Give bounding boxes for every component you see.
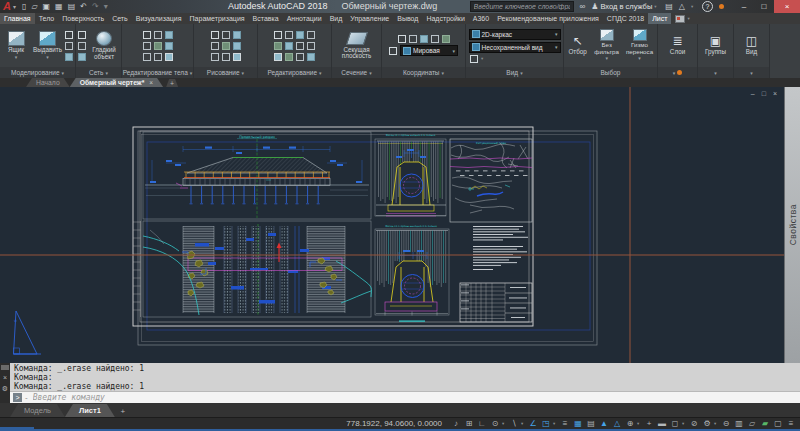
plot-icon[interactable]: ▤ xyxy=(68,2,76,11)
gizmo-icon[interactable]: + xyxy=(643,419,655,428)
tab-spds[interactable]: СПДС 2018 xyxy=(603,13,648,24)
new-drawing-tab-button[interactable]: + xyxy=(166,79,178,87)
tab-manage[interactable]: Управление xyxy=(346,13,393,24)
minimize-button[interactable]: – xyxy=(734,0,754,13)
notes-block[interactable] xyxy=(473,226,528,270)
visual-style-dropdown[interactable]: 2D-каркас▾ xyxy=(469,29,561,40)
tab-output[interactable]: Вывод xyxy=(393,13,422,24)
panel-label-solid-editing[interactable]: Редактирование тела▾ xyxy=(122,67,193,78)
title-block[interactable] xyxy=(460,283,532,322)
annotation-scale-icon[interactable]: ⊘ xyxy=(688,419,700,428)
redo-icon[interactable]: ↷ xyxy=(92,2,99,11)
transparency-icon[interactable]: ▦ xyxy=(572,419,584,428)
union-icon[interactable] xyxy=(143,31,151,39)
ribbon-display-toggle[interactable]: ▾ xyxy=(671,13,696,24)
ucs-object-icon[interactable] xyxy=(442,35,450,43)
scale-icon[interactable] xyxy=(285,53,293,61)
doc-restore-icon[interactable]: □ xyxy=(762,90,766,97)
siteplan-view[interactable] xyxy=(450,143,532,213)
command-close-icon[interactable]: × xyxy=(3,374,7,381)
customization-icon[interactable]: ≡ xyxy=(785,419,797,428)
annotation-visibility-icon[interactable]: ▬ xyxy=(656,419,668,428)
save-icon[interactable]: ▣ xyxy=(43,2,51,11)
presspull-icon[interactable] xyxy=(65,42,73,50)
tab-visualize[interactable]: Визуализация xyxy=(132,13,186,24)
extrude-button[interactable]: Выдавить▾ xyxy=(33,31,62,60)
panel-label-groups[interactable]: ▾ xyxy=(698,67,733,78)
rotate-icon[interactable] xyxy=(285,31,293,39)
ucs-icon[interactable] xyxy=(398,35,406,43)
shell-icon[interactable] xyxy=(165,42,173,50)
intersect-icon[interactable] xyxy=(165,31,173,39)
smooth-object-button[interactable]: Гладкий объект xyxy=(89,31,119,60)
tab-parametric[interactable]: Параметризация xyxy=(186,13,249,24)
mesh-refine-icon[interactable] xyxy=(78,53,86,61)
new-layout-button[interactable]: + xyxy=(115,405,131,417)
snap-icon[interactable]: ♪ xyxy=(450,419,462,428)
elevation-view[interactable] xyxy=(145,139,369,218)
command-prompt-icon[interactable]: > xyxy=(13,393,22,402)
panel-label-modify[interactable]: Редактирование▾ xyxy=(258,67,331,78)
isodraft-icon[interactable]: ∖ xyxy=(508,419,520,428)
graphics-performance-icon[interactable]: ▰ xyxy=(759,419,771,428)
doc-minimize-icon[interactable]: – xyxy=(751,90,755,97)
slice-icon[interactable] xyxy=(143,42,151,50)
command-settings-icon[interactable]: ⚙ xyxy=(2,385,8,392)
culvert-section-bottom[interactable] xyxy=(376,231,448,322)
ellipse-icon[interactable] xyxy=(233,42,241,50)
panel-label-selection[interactable]: Выбор xyxy=(564,67,657,78)
annotation-monitor-icon[interactable]: ⊖ xyxy=(720,419,732,428)
a360-icon[interactable]: △ xyxy=(679,0,685,13)
panel-label-section[interactable]: Сечение▾ xyxy=(332,67,381,78)
panel-label-modeling[interactable]: Моделирование▾ xyxy=(0,67,75,78)
save-as-icon[interactable]: ▦ xyxy=(55,2,63,11)
polar-tracking-icon[interactable]: ⊙ xyxy=(489,419,501,428)
selection-cycling-icon[interactable]: ▤ xyxy=(585,419,597,428)
file-tab-close-icon[interactable]: × xyxy=(149,79,153,86)
tab-surface[interactable]: Поверхность xyxy=(58,13,108,24)
tab-insert[interactable]: Вставка xyxy=(249,13,283,24)
hatch-icon[interactable] xyxy=(211,53,219,61)
binoculars-icon[interactable]: ∞ xyxy=(580,0,586,13)
model-tab[interactable]: Модель xyxy=(10,404,65,417)
sign-in-menu[interactable]: ♟ Вход в службы ▾ xyxy=(591,0,659,13)
panel-label-draw[interactable]: Рисование▾ xyxy=(194,67,257,78)
ucs-previous-icon[interactable] xyxy=(420,35,428,43)
culvert-section-top[interactable] xyxy=(376,141,446,216)
smooth-less-icon[interactable] xyxy=(78,42,86,50)
qat-menu-icon[interactable]: ▾ xyxy=(104,2,108,11)
app-store-cart-icon[interactable]: ▤ xyxy=(665,0,673,13)
spline-icon[interactable] xyxy=(222,53,230,61)
copy-icon[interactable] xyxy=(274,42,282,50)
osnap-tracking-icon[interactable]: ∠ xyxy=(527,419,539,428)
quick-properties-icon[interactable]: ▥ xyxy=(733,419,745,428)
panel-label-view[interactable]: Вид▾ xyxy=(466,67,563,78)
arc-icon[interactable] xyxy=(211,42,219,50)
circle-icon[interactable] xyxy=(233,31,241,39)
layout1-tab[interactable]: Лист1 xyxy=(65,404,115,417)
grid-icon[interactable]: ⊞ xyxy=(463,419,475,428)
point-icon[interactable] xyxy=(233,53,241,61)
groups-button[interactable]: ▣Группы xyxy=(700,35,731,56)
polyline-icon[interactable] xyxy=(222,31,230,39)
tab-addins[interactable]: Надстройки xyxy=(422,13,468,24)
box-button[interactable]: Ящик▾ xyxy=(2,31,30,60)
selection-filter-icon[interactable]: ⊕ xyxy=(624,419,636,428)
explode-icon[interactable] xyxy=(307,42,315,50)
section-plane-button[interactable]: Секущая плоскость xyxy=(336,32,378,60)
interfere-icon[interactable] xyxy=(154,42,162,50)
ucs-world-icon[interactable] xyxy=(409,35,417,43)
isolate-objects-icon[interactable]: ▱ xyxy=(746,419,758,428)
panel-label-mesh[interactable]: Сеть▾ xyxy=(76,67,121,78)
command-history[interactable]: Команда: _.erase найдено: 1 Команда: Ком… xyxy=(10,363,800,391)
no-filter-button[interactable]: Без фильтра▾ xyxy=(592,29,621,61)
a360-caret-icon[interactable]: ▾ xyxy=(691,4,696,9)
properties-palette-strip[interactable]: Свойства xyxy=(784,87,800,363)
panel-label-layers[interactable]: ▾ xyxy=(658,67,697,78)
new-file-icon[interactable]: ▯ xyxy=(22,2,26,11)
mirror-icon[interactable] xyxy=(285,42,293,50)
tab-a360[interactable]: A360 xyxy=(469,13,493,24)
ucs-dropdown[interactable]: Мировая▾ xyxy=(400,45,458,56)
move-icon[interactable] xyxy=(274,31,282,39)
polysolid-icon[interactable] xyxy=(65,31,73,39)
